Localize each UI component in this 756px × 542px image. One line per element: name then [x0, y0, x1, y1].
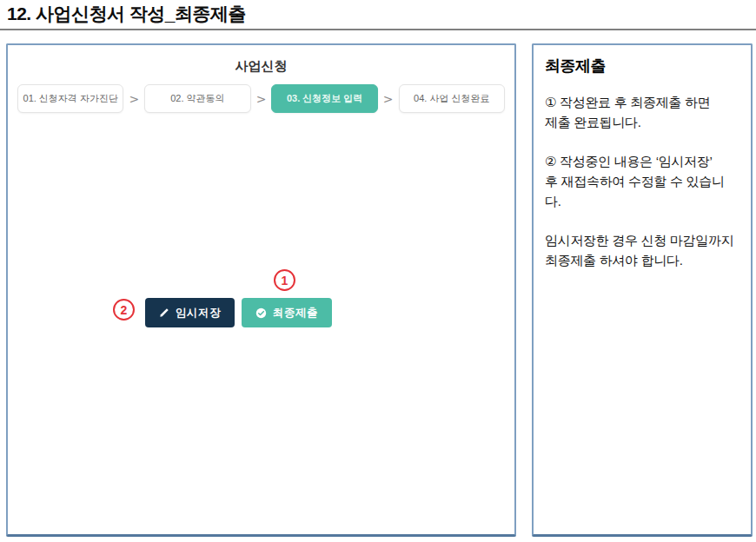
- callout-digit: 1: [282, 274, 288, 288]
- step-complete[interactable]: 04. 사업 신청완료: [399, 84, 505, 113]
- final-submit-button[interactable]: 최종제출: [242, 298, 332, 327]
- application-screen-panel: 사업신청 01. 신청자격 자가진단 > 02. 약관동의 > 03. 신청정보…: [6, 43, 516, 537]
- explanation-paragraph-1: ① 작성완료 후 최종제출 하면 제출 완료됩니다.: [545, 92, 739, 132]
- pencil-icon: [159, 307, 169, 318]
- chevron-right-icon: >: [378, 93, 399, 105]
- wizard-heading: 사업신청: [8, 58, 514, 75]
- explanation-title: 최종제출: [545, 56, 739, 76]
- chevron-right-icon: >: [123, 93, 144, 105]
- explanation-paragraph-3: 임시저장한 경우 신청 마감일까지 최종제출 하셔야 합니다.: [545, 230, 739, 270]
- step-label: 03. 신청정보 입력: [287, 92, 362, 105]
- callout-digit: 2: [121, 303, 128, 317]
- explanation-paragraph-2: ② 작성중인 내용은 ‘임시저장’ 후 재접속하여 수정할 수 있습니다.: [545, 151, 739, 211]
- chevron-right-icon: >: [251, 93, 272, 105]
- temp-save-button[interactable]: 임시저장: [145, 298, 235, 327]
- explanation-content: 최종제출 ① 작성완료 후 최종제출 하면 제출 완료됩니다. ② 작성중인 내…: [534, 45, 751, 270]
- wizard-steps: 01. 신청자격 자가진단 > 02. 약관동의 > 03. 신청정보 입력 >…: [17, 84, 505, 113]
- temp-save-label: 임시저장: [176, 306, 221, 321]
- step-label: 04. 사업 신청완료: [414, 92, 489, 105]
- step-terms-agree[interactable]: 02. 약관동의: [144, 84, 250, 113]
- step-label: 01. 신청자격 자가진단: [23, 92, 118, 105]
- step-label: 02. 약관동의: [170, 92, 224, 105]
- manual-page: 12. 사업신청서 작성_최종제출 사업신청 01. 신청자격 자가진단 > 0…: [0, 0, 756, 542]
- callout-number-2: 2: [113, 299, 135, 321]
- final-submit-label: 최종제출: [273, 306, 318, 321]
- explanation-panel: 최종제출 ① 작성완료 후 최종제출 하면 제출 완료됩니다. ② 작성중인 내…: [532, 43, 753, 537]
- check-circle-icon: [255, 307, 267, 319]
- page-title: 12. 사업신청서 작성_최종제출: [7, 2, 246, 26]
- step-self-check[interactable]: 01. 신청자격 자가진단: [17, 84, 123, 113]
- callout-number-1: 1: [274, 269, 295, 291]
- action-button-row: 임시저장 최종제출: [145, 298, 332, 327]
- step-info-input[interactable]: 03. 신청정보 입력: [271, 84, 377, 113]
- title-divider: [0, 29, 756, 30]
